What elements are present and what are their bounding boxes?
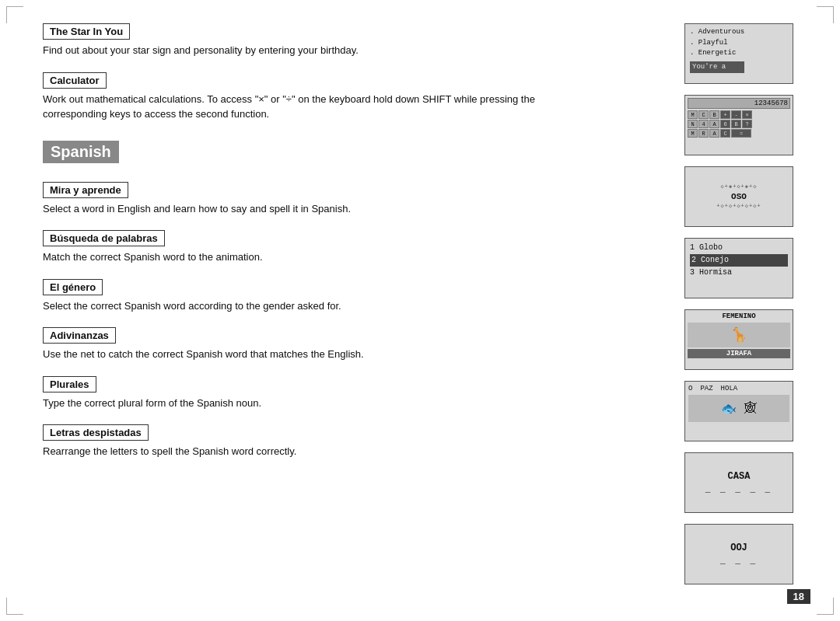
sc-casa-word: CASA: [728, 471, 751, 482]
sc-calc-cell: -: [731, 110, 741, 119]
sc-paz-hola: HOLA: [721, 385, 738, 392]
sc-star-line4: You're a: [690, 61, 744, 74]
sc-list-item2: 2 Conejo: [690, 254, 788, 267]
genero-header: El género: [43, 279, 103, 295]
sc-oso-pattern-top: ◇+◈+◇+◈+◇: [721, 183, 758, 190]
sc-oso-word: OSO: [731, 192, 747, 201]
screenshot-calc: 12345678 M C B + - × N 4 A 6 B ? M R A: [684, 95, 793, 155]
page-number: 18: [787, 589, 810, 604]
star-desc: Find out about your star sign and person…: [43, 43, 572, 58]
sc-femenino-word: JIRAFA: [688, 349, 790, 358]
letras-header: Letras despistadas: [43, 424, 149, 441]
busqueda-section: Búsqueda de palabras Match the correct S…: [43, 230, 572, 265]
genero-section: El género Select the correct Spanish wor…: [43, 279, 572, 314]
sc-paz-fish-icon: 🐟: [721, 401, 737, 417]
screenshot-list: 1 Globo 2 Conejo 3 Hormisa: [684, 238, 793, 298]
screenshot-paz: O PAZ HOLA 🐟 🕸: [684, 381, 793, 441]
sc-calc-cell: C: [720, 129, 730, 138]
plurales-section: Plurales Type the correct plural form of…: [43, 376, 572, 411]
sc-star-line3: . Energetic: [690, 48, 744, 59]
adivinanzas-section: Adivinanzas Use the net to catch the cor…: [43, 327, 572, 362]
calculator-header: Calculator: [43, 72, 107, 89]
sc-paz-o: O: [688, 385, 692, 392]
corner-bl: [6, 598, 23, 615]
sc-calc-cell: M: [688, 129, 698, 138]
calculator-desc: Work out mathematical calculations. To a…: [43, 92, 572, 122]
star-section: The Star In You Find out about your star…: [43, 23, 572, 58]
screenshot-ooj: OOJ _ _ _: [684, 524, 793, 584]
calculator-section: Calculator Work out mathematical calcula…: [43, 72, 572, 122]
sc-paz-paz: PAZ: [700, 385, 712, 392]
letras-section: Letras despistadas Rearrange the letters…: [43, 424, 572, 459]
sc-paz-net-icon: 🕸: [744, 401, 757, 416]
sc-list-item1: 1 Globo: [690, 242, 788, 254]
mira-section: Mira y aprende Select a word in English …: [43, 182, 572, 217]
sc-calc-buttons: M C B + - × N 4 A 6 B ? M R A C =: [688, 110, 752, 138]
screenshot-casa: CASA _ _ _ _ _: [684, 452, 793, 513]
star-header: The Star In You: [43, 23, 130, 40]
sc-femenino-title: FEMENINO: [688, 312, 790, 320]
sc-star-line2: . Playful: [690, 38, 744, 49]
letras-desc: Rearrange the letters to spell the Spani…: [43, 444, 572, 459]
sc-calc-cell: A: [709, 129, 719, 138]
busqueda-header: Búsqueda de palabras: [43, 230, 165, 246]
sc-calc-cell: +: [720, 110, 730, 119]
sc-calc-cell: ?: [742, 120, 752, 128]
sc-list-content: 1 Globo 2 Conejo 3 Hormisa: [690, 242, 788, 279]
sc-calc-row1: M C B + - ×: [688, 110, 752, 119]
screenshot-femenino: FEMENINO 🦒 JIRAFA: [684, 309, 793, 370]
sc-calc-cell: ×: [742, 110, 752, 119]
sc-calc-cell: B: [709, 110, 719, 119]
sc-ooj-word: OOJ: [730, 543, 747, 553]
sc-calc-display: 12345678: [688, 98, 790, 109]
sc-casa-blanks: _ _ _ _ _: [705, 485, 772, 494]
plurales-header: Plurales: [43, 376, 96, 392]
sc-paz-anim: 🐟 🕸: [688, 395, 789, 422]
spanish-label: Spanish: [43, 141, 119, 163]
sc-calc-cell-eq: =: [731, 129, 751, 138]
sc-calc-cell: N: [688, 120, 698, 128]
sc-calc-cell: B: [731, 120, 741, 128]
genero-desc: Select the correct Spanish word accordin…: [43, 298, 572, 314]
sc-star-line1: . Adventurous: [690, 27, 744, 38]
main-content: The Star In You Find out about your star…: [43, 23, 572, 473]
sc-ooj-blanks: _ _ _: [720, 556, 758, 566]
plurales-desc: Type the correct plural form of the Span…: [43, 396, 572, 411]
sc-paz-words: O PAZ HOLA: [688, 385, 737, 392]
sc-calc-cell: A: [709, 120, 719, 128]
adivinanzas-header: Adivinanzas: [43, 327, 116, 344]
sc-calc-row3: M R A C =: [688, 129, 752, 138]
mira-desc: Select a word in English and learn how t…: [43, 201, 572, 217]
sc-calc-cell: C: [698, 110, 709, 119]
sc-list-item3: 3 Hormisa: [690, 267, 788, 279]
corner-br: [817, 598, 834, 615]
sc-calc-row2: N 4 A 6 B ?: [688, 120, 752, 128]
screenshot-oso: ◇+◈+◇+◈+◇ OSO +◇+◇+◇+◇+◇+: [684, 166, 793, 227]
screenshots-column: . Adventurous . Playful . Energetic You'…: [684, 23, 797, 584]
corner-tl: [6, 6, 23, 23]
sc-star-content: . Adventurous . Playful . Energetic You'…: [690, 27, 744, 73]
screenshot-star: . Adventurous . Playful . Energetic You'…: [684, 23, 793, 84]
sc-calc-cell: R: [698, 129, 709, 138]
busqueda-desc: Match the correct Spanish word to the an…: [43, 249, 572, 265]
sc-oso-pattern-bottom: +◇+◇+◇+◇+◇+: [716, 203, 761, 210]
adivinanzas-desc: Use the net to catch the correct Spanish…: [43, 347, 572, 362]
corner-tr: [817, 6, 834, 23]
mira-header: Mira y aprende: [43, 182, 128, 198]
sc-calc-cell: M: [688, 110, 698, 119]
sc-calc-cell: 4: [698, 120, 709, 128]
sc-femenino-anim: 🦒: [688, 323, 790, 347]
sc-calc-cell: 6: [720, 120, 730, 128]
